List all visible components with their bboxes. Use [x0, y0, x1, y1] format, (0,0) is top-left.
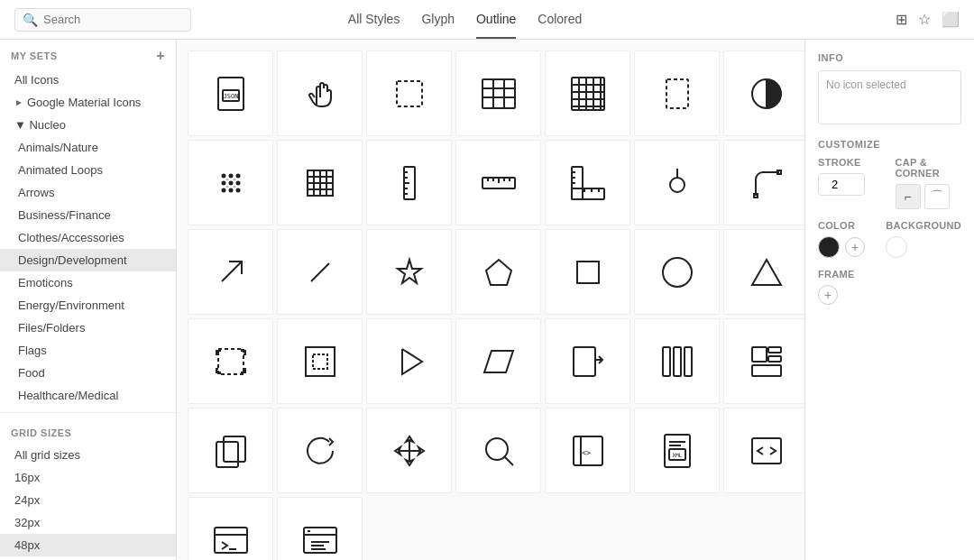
svg-rect-103: [216, 442, 238, 467]
corner-square-btn[interactable]: ⌐: [896, 184, 921, 209]
sidebar-item-clothes-accessories[interactable]: Clothes/Accessories: [0, 226, 176, 249]
sidebar-item-emoticons[interactable]: Emoticons: [0, 271, 176, 294]
sidebar-item-files-folders[interactable]: Files/Folders: [0, 317, 176, 339]
icon-cell-code-tag[interactable]: [723, 408, 804, 493]
svg-rect-92: [663, 347, 670, 376]
icon-cell-copy-file[interactable]: [188, 408, 273, 493]
icon-cell-rounded-corner[interactable]: [723, 140, 804, 225]
icon-cell-grid-dots[interactable]: [545, 50, 630, 136]
icon-cell-small-grid[interactable]: [277, 140, 363, 225]
icon-cell-terminal[interactable]: [188, 497, 273, 560]
grid-sizes-label: GRID SIZES: [11, 427, 71, 438]
window-icon[interactable]: ⬜: [942, 11, 960, 28]
icon-cell-json[interactable]: JSON: [188, 50, 273, 136]
stroke-row: STROKE CAP & CORNER ⌐ ⌒: [818, 157, 961, 209]
icon-cell-ruler-corner[interactable]: [545, 140, 630, 225]
sidebar-item-arrows[interactable]: Arrows: [0, 181, 176, 204]
tab-colored[interactable]: Colored: [538, 1, 582, 39]
sidebar-item-label: Files/Folders: [18, 321, 85, 335]
icon-cell-search[interactable]: [455, 408, 541, 493]
tab-all-styles[interactable]: All Styles: [348, 1, 400, 39]
sidebar-item-label: Clothes/Accessories: [18, 231, 124, 244]
search-input[interactable]: [43, 13, 170, 26]
svg-point-32: [228, 173, 233, 178]
tab-outline[interactable]: Outline: [476, 1, 516, 39]
svg-rect-97: [768, 356, 781, 362]
star-icon[interactable]: ☆: [918, 11, 931, 28]
icon-cell-book-code[interactable]: <>: [545, 408, 630, 493]
svg-text:<>: <>: [582, 449, 591, 457]
icon-cell-selection[interactable]: [366, 50, 452, 136]
add-frame-button[interactable]: +: [818, 285, 838, 305]
svg-marker-82: [752, 260, 781, 285]
sidebar-item-energy-environment[interactable]: Energy/Environment: [0, 294, 176, 317]
sidebar-item-32px[interactable]: 32px: [0, 511, 176, 534]
sidebar-item-48px[interactable]: 48px: [0, 534, 176, 556]
icon-cell-move[interactable]: [366, 408, 452, 493]
icon-cell-pentagon[interactable]: [455, 229, 541, 315]
stroke-input[interactable]: [818, 173, 865, 196]
add-color-button[interactable]: +: [845, 237, 865, 257]
search-area[interactable]: 🔍: [14, 8, 191, 32]
stroke-col: STROKE: [818, 157, 885, 209]
icon-cell-frame-select[interactable]: [634, 50, 720, 136]
sidebar-item-nucleo[interactable]: ▼ Nucleo: [0, 114, 176, 136]
icon-cell-ruler-v[interactable]: [366, 140, 452, 225]
svg-rect-80: [577, 262, 599, 283]
sidebar-item-animated-loops[interactable]: Animated Loops: [0, 159, 176, 181]
sidebar-item-design-development[interactable]: Design/Development: [0, 249, 176, 271]
icon-cell-xml-file[interactable]: XML: [634, 408, 720, 493]
sidebar-item-label: ▼ Nucleo: [14, 118, 66, 132]
icon-cell-knob[interactable]: [634, 140, 720, 225]
icon-cell-layout-columns[interactable]: [455, 50, 541, 136]
icon-cell-line-diagonal[interactable]: [277, 229, 363, 315]
frame-label: FRAME: [818, 269, 961, 280]
icon-cell-square[interactable]: [545, 229, 630, 315]
icon-cell-triangle[interactable]: [723, 229, 804, 315]
sidebar-item-google-material[interactable]: ► Google Material Icons: [0, 91, 176, 114]
icon-cell-star-outline[interactable]: [366, 229, 452, 315]
info-panel: INFO No icon selected CUSTOMIZE STROKE C…: [804, 40, 974, 560]
svg-point-40: [225, 178, 228, 180]
icon-cell-placeholder7[interactable]: [277, 497, 363, 560]
sidebar-item-label: Energy/Environment: [18, 298, 124, 312]
icon-cell-zoom-ui[interactable]: [723, 318, 804, 404]
color-swatch-white[interactable]: [886, 236, 907, 258]
svg-rect-95: [752, 347, 767, 362]
icon-cell-dots-grid[interactable]: [188, 140, 273, 225]
sidebar-item-food[interactable]: Food: [0, 362, 176, 384]
icon-cell-circle-half[interactable]: [723, 50, 804, 136]
add-set-button[interactable]: +: [156, 49, 165, 63]
sidebar-item-all-grid[interactable]: All grid sizes: [0, 444, 176, 466]
color-swatch-black[interactable]: [818, 236, 840, 258]
svg-marker-78: [398, 260, 421, 283]
icon-cell-columns[interactable]: [634, 318, 720, 404]
sidebar-item-flags[interactable]: Flags: [0, 339, 176, 362]
icon-cell-circle[interactable]: [634, 229, 720, 315]
svg-point-81: [663, 258, 692, 287]
svg-rect-104: [224, 436, 245, 462]
icon-cell-refresh[interactable]: [277, 408, 363, 493]
sidebar-item-24px[interactable]: 24px: [0, 489, 176, 511]
svg-point-39: [235, 188, 240, 192]
sidebar-item-16px[interactable]: 16px: [0, 466, 176, 489]
sidebar-item-label: Google Material Icons: [27, 96, 141, 109]
color-swatch-area: +: [818, 236, 875, 258]
corner-round-btn[interactable]: ⌒: [924, 184, 950, 209]
icon-cell-ruler-h[interactable]: [455, 140, 541, 225]
icon-cell-file-export[interactable]: [545, 318, 630, 404]
icon-cell-play-shape[interactable]: [366, 318, 452, 404]
grid-icon[interactable]: ⊞: [896, 11, 907, 28]
sidebar-item-business-finance[interactable]: Business/Finance: [0, 204, 176, 226]
icon-cell-parallelogram[interactable]: [455, 318, 541, 404]
tab-glyph[interactable]: Glyph: [421, 1, 455, 39]
icon-cell-arrow-diagonal[interactable]: [188, 229, 273, 315]
icon-cell-hand[interactable]: [277, 50, 363, 136]
svg-marker-79: [486, 260, 511, 285]
sidebar-item-healthcare[interactable]: Healthcare/Medical: [0, 384, 176, 407]
sidebar-item-animals[interactable]: Animals/Nature: [0, 136, 176, 159]
sidebar-item-64px[interactable]: 64px: [0, 556, 176, 560]
sidebar-item-all-icons[interactable]: All Icons: [0, 69, 176, 91]
icon-cell-inner-selection[interactable]: [277, 318, 363, 404]
icon-cell-crop-selection[interactable]: [188, 318, 273, 404]
